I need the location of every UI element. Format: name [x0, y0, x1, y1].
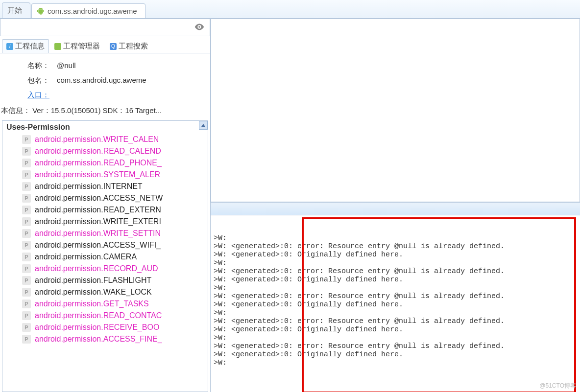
manager-icon	[54, 43, 61, 50]
name-label: 名称：	[27, 58, 57, 73]
version-info: 本信息： Ver：15.5.0(150501) SDK：16 Target...	[0, 105, 210, 120]
right-panel: >W: >W: <generated>:0: error: Resource e…	[211, 19, 580, 392]
permission-text: android.permission.WAKE_LOCK	[35, 288, 152, 297]
permission-badge-icon: P	[22, 288, 31, 297]
eye-icon[interactable]	[194, 22, 205, 34]
permission-text: android.permission.FLASHLIGHT	[35, 276, 151, 285]
info-icon: i	[6, 43, 13, 50]
svg-rect-3	[43, 10, 44, 12]
tab-package[interactable]: com.ss.android.ugc.aweme	[31, 3, 145, 18]
sub-tab-manager[interactable]: 工程管理器	[50, 39, 104, 53]
permission-badge-icon: P	[22, 182, 31, 191]
content-area	[211, 19, 580, 202]
permission-badge-icon: P	[22, 159, 31, 167]
sub-tab-info[interactable]: i 工程信息	[2, 39, 49, 53]
permission-text: android.permission.READ_EXTERN	[35, 206, 161, 214]
permission-container: Uses-Permission Pandroid.permission.WRIT…	[2, 120, 208, 392]
tab-package-label: com.ss.android.ugc.aweme	[48, 7, 137, 15]
tab-start[interactable]: 开始	[2, 2, 30, 18]
permission-item[interactable]: Pandroid.permission.ACCESS_NETW	[2, 192, 208, 204]
permission-item[interactable]: Pandroid.permission.INTERNET	[2, 181, 208, 192]
permission-text: android.permission.SYSTEM_ALER	[35, 170, 160, 179]
pkg-value: com.ss.android.ugc.aweme	[57, 73, 146, 88]
permission-item[interactable]: Pandroid.permission.READ_PHONE_	[2, 157, 208, 169]
visibility-bar	[0, 19, 210, 36]
permission-badge-icon: P	[22, 335, 31, 344]
android-icon	[37, 7, 45, 15]
permission-text: android.permission.WRITE_CALEN	[35, 135, 159, 144]
sub-tab-search[interactable]: Q 工程搜索	[105, 39, 152, 53]
permission-badge-icon: P	[22, 170, 31, 179]
permission-item[interactable]: Pandroid.permission.GET_TASKS	[2, 298, 208, 310]
tab-start-label: 开始	[7, 6, 22, 15]
permission-list[interactable]: Uses-Permission Pandroid.permission.WRIT…	[2, 121, 208, 392]
permission-text: android.permission.WRITE_SETTIN	[35, 229, 161, 238]
permission-item[interactable]: Pandroid.permission.WRITE_CALEN	[2, 134, 208, 145]
permission-item[interactable]: Pandroid.permission.WRITE_EXTERI	[2, 216, 208, 228]
entry-link[interactable]: 入口：	[27, 88, 49, 102]
output-header	[211, 203, 580, 215]
permission-item[interactable]: Pandroid.permission.ACCESS_WIFI_	[2, 239, 208, 251]
permission-badge-icon: P	[22, 300, 31, 308]
permission-badge-icon: P	[22, 147, 31, 156]
permission-text: android.permission.READ_PHONE_	[35, 159, 162, 167]
watermark: @51CTO博客	[539, 382, 576, 390]
permission-badge-icon: P	[22, 264, 31, 273]
permission-badge-icon: P	[22, 253, 31, 261]
permission-text: android.permission.INTERNET	[35, 182, 143, 191]
permission-text: android.permission.RECORD_AUD	[35, 264, 158, 273]
permission-text: android.permission.CAMERA	[35, 253, 137, 261]
output-body[interactable]: >W: >W: <generated>:0: error: Resource e…	[211, 215, 580, 392]
permission-badge-icon: P	[22, 311, 31, 320]
permission-text: android.permission.GET_TASKS	[35, 300, 149, 308]
version-value: Ver：15.5.0(150501) SDK：16 Target...	[32, 106, 162, 115]
permission-text: android.permission.READ_CALEND	[35, 147, 161, 156]
permission-text: android.permission.WRITE_EXTERI	[35, 217, 161, 226]
permission-item[interactable]: Pandroid.permission.CAMERA	[2, 251, 208, 263]
output-panel: >W: >W: <generated>:0: error: Resource e…	[211, 202, 580, 392]
permission-badge-icon: P	[22, 241, 31, 250]
permission-item[interactable]: Pandroid.permission.RECEIVE_BOO	[2, 322, 208, 333]
permission-text: android.permission.ACCESS_NETW	[35, 194, 163, 203]
permission-item[interactable]: Pandroid.permission.FLASHLIGHT	[2, 275, 208, 286]
output-text: >W: >W: <generated>:0: error: Resource e…	[214, 234, 577, 367]
main-area: i 工程信息 工程管理器 Q 工程搜索 名称： @null 包名： com.ss…	[0, 19, 580, 392]
svg-rect-2	[37, 10, 38, 12]
permission-badge-icon: P	[22, 194, 31, 203]
permission-badge-icon: P	[22, 229, 31, 238]
permission-text: android.permission.RECEIVE_BOO	[35, 323, 159, 332]
left-panel: i 工程信息 工程管理器 Q 工程搜索 名称： @null 包名： com.ss…	[0, 19, 211, 392]
permission-text: android.permission.READ_CONTAC	[35, 311, 162, 320]
permission-item[interactable]: Pandroid.permission.ACCESS_FINE_	[2, 333, 208, 345]
permission-item[interactable]: Pandroid.permission.READ_CALEND	[2, 145, 208, 157]
permission-badge-icon: P	[22, 135, 31, 144]
project-info: 名称： @null 包名： com.ss.android.ugc.aweme 入…	[0, 53, 210, 105]
permission-text: android.permission.ACCESS_WIFI_	[35, 241, 161, 250]
sub-tab-manager-label: 工程管理器	[63, 42, 100, 51]
sub-tab-bar: i 工程信息 工程管理器 Q 工程搜索	[0, 36, 210, 53]
scroll-up-button[interactable]	[199, 121, 208, 130]
permission-badge-icon: P	[22, 206, 31, 214]
name-value: @null	[57, 58, 76, 73]
permission-badge-icon: P	[22, 217, 31, 226]
permission-badge-icon: P	[22, 276, 31, 285]
permission-item[interactable]: Pandroid.permission.RECORD_AUD	[2, 263, 208, 275]
permission-item[interactable]: Pandroid.permission.READ_EXTERN	[2, 204, 208, 216]
permission-header: Uses-Permission	[2, 121, 208, 134]
version-prefix: 本信息：	[1, 106, 30, 115]
permission-text: android.permission.ACCESS_FINE_	[35, 335, 162, 344]
sub-tab-search-label: 工程搜索	[119, 42, 148, 51]
sub-tab-info-label: 工程信息	[15, 42, 45, 51]
permission-item[interactable]: Pandroid.permission.WRITE_SETTIN	[2, 228, 208, 239]
pkg-label: 包名：	[27, 73, 57, 88]
permission-item[interactable]: Pandroid.permission.SYSTEM_ALER	[2, 169, 208, 181]
permission-item[interactable]: Pandroid.permission.WAKE_LOCK	[2, 286, 208, 298]
tab-bar: 开始 com.ss.android.ugc.aweme	[0, 0, 580, 19]
permission-badge-icon: P	[22, 323, 31, 332]
permission-item[interactable]: Pandroid.permission.READ_CONTAC	[2, 310, 208, 322]
search-icon: Q	[110, 43, 117, 50]
